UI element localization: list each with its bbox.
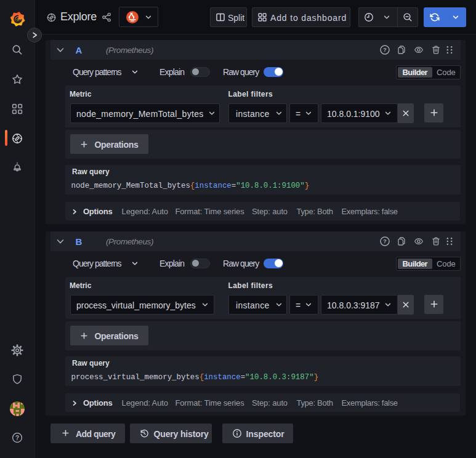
svg-text:?: ? — [383, 238, 387, 244]
svg-text:?: ? — [15, 434, 19, 441]
svg-text:?: ? — [383, 46, 387, 53]
